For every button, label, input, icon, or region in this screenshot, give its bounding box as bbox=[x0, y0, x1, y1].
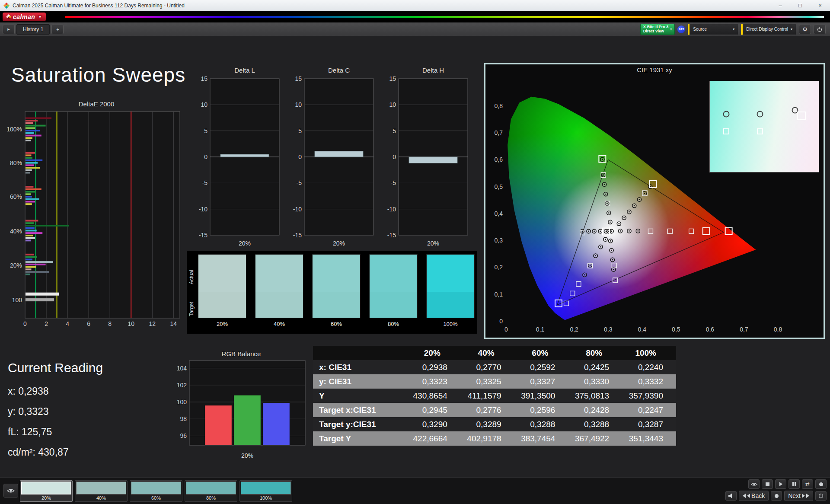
table-cell: 0,2770 bbox=[460, 360, 514, 374]
deltae-bar bbox=[26, 254, 34, 255]
power-button[interactable] bbox=[814, 25, 826, 34]
cie-1931-panel: CIE 1931 xy 00,10,20,30,40,50,60,70,80,8… bbox=[484, 63, 825, 339]
table-cell: 0,3327 bbox=[514, 374, 568, 389]
cie-title: CIE 1931 xy bbox=[485, 66, 824, 73]
patch-button-100%[interactable]: 100% bbox=[239, 480, 292, 502]
inset-target-square bbox=[723, 128, 729, 134]
deltae-chart-title: DeltaE 2000 bbox=[3, 100, 189, 108]
patch-swatch-20% bbox=[198, 254, 246, 318]
patch-color bbox=[21, 482, 71, 494]
svg-text:10: 10 bbox=[295, 101, 302, 108]
svg-text:0,2: 0,2 bbox=[495, 264, 503, 271]
target-color bbox=[198, 292, 246, 318]
view-button[interactable] bbox=[748, 479, 760, 489]
svg-text:10: 10 bbox=[201, 101, 208, 108]
bottom-bar: 20%40%60%80%100% ⇄ Back bbox=[0, 477, 830, 504]
inset-measured-point bbox=[757, 111, 763, 117]
svg-text:100%: 100% bbox=[6, 126, 22, 133]
svg-text:5: 5 bbox=[298, 128, 302, 134]
deltae-bar bbox=[26, 230, 37, 231]
target-color bbox=[370, 292, 417, 318]
toolbar-left: ▸ History 1 + bbox=[3, 24, 64, 35]
patch-label: 100% bbox=[426, 321, 475, 327]
deltae-bar bbox=[26, 256, 37, 258]
table-cell: 402,9178 bbox=[460, 431, 514, 446]
meter-selector-button[interactable]: X-Rite i1Pro 3 Direct View ▾ bbox=[640, 24, 675, 35]
patch-button-80%[interactable]: 80% bbox=[185, 480, 237, 502]
reading-fl: fL: 125,75 bbox=[8, 422, 103, 442]
back-button[interactable]: Back bbox=[739, 491, 769, 501]
stop-button[interactable] bbox=[762, 479, 773, 489]
tab-history-1[interactable]: History 1 bbox=[16, 24, 50, 35]
panel-toggle-button[interactable]: ▸ bbox=[3, 25, 15, 34]
reading-y: y: 0,3323 bbox=[8, 402, 103, 422]
source-selector-button[interactable]: Source ▾ bbox=[688, 24, 738, 35]
calman-logo-text: calman bbox=[13, 13, 35, 20]
svg-text:-10: -10 bbox=[387, 206, 396, 213]
patch-button-label: 20% bbox=[42, 495, 51, 501]
svg-text:0,8: 0,8 bbox=[774, 326, 782, 333]
svg-text:0: 0 bbox=[393, 153, 396, 160]
record-button[interactable] bbox=[815, 479, 827, 489]
deltae-bar bbox=[26, 298, 54, 301]
patch-button-60%[interactable]: 60% bbox=[130, 480, 182, 502]
svg-text:0,3: 0,3 bbox=[495, 237, 503, 244]
rgb-svg: 1041021009896 bbox=[172, 359, 310, 451]
speaker-icon bbox=[728, 493, 734, 498]
add-icon: + bbox=[56, 27, 59, 32]
play-button[interactable] bbox=[775, 479, 786, 489]
maximize-button[interactable]: □ bbox=[790, 0, 810, 11]
chevron-down-icon: ▾ bbox=[670, 27, 672, 31]
minimize-button[interactable]: – bbox=[770, 0, 790, 11]
deltae-bar bbox=[26, 239, 31, 241]
mute-button[interactable] bbox=[725, 491, 737, 501]
table-cell: 422,6664 bbox=[406, 431, 460, 446]
toolbar-right: X-Rite i1Pro 3 Direct View ▾ 615 Source … bbox=[640, 24, 826, 35]
table-cell: 0,3288 bbox=[514, 417, 568, 431]
actual-color bbox=[313, 255, 360, 292]
svg-text:-5: -5 bbox=[297, 179, 302, 186]
deltae-bar bbox=[26, 169, 32, 171]
preview-eye-button[interactable] bbox=[3, 484, 18, 498]
settings-button[interactable]: ⚙ bbox=[799, 25, 811, 34]
deltae-bar bbox=[26, 159, 42, 161]
close-button[interactable]: × bbox=[810, 0, 830, 11]
calman-logo-menu[interactable]: calman ▾ bbox=[3, 13, 46, 21]
target-color bbox=[313, 292, 360, 318]
loop-button[interactable]: ⇄ bbox=[802, 479, 813, 489]
patch-label: 40% bbox=[255, 321, 303, 327]
delta-c-title: Delta C bbox=[304, 67, 374, 74]
deltae-plot: 02468101214100%80%60%40%20%100 bbox=[3, 110, 189, 335]
power-icon bbox=[817, 27, 822, 32]
next-button[interactable]: Next bbox=[784, 491, 813, 501]
patch-button-label: 100% bbox=[260, 495, 272, 501]
table-cell: 0,2425 bbox=[568, 360, 622, 374]
table-row-label: y: CIE31 bbox=[313, 374, 406, 389]
table-cell: 375,0813 bbox=[568, 389, 622, 403]
rgb-x-label: 20% bbox=[189, 452, 305, 459]
target-color bbox=[427, 292, 474, 318]
patch-swatch-80% bbox=[369, 254, 418, 318]
power-button-bottom[interactable] bbox=[815, 491, 827, 501]
deltae-bar bbox=[26, 274, 30, 275]
pause-icon bbox=[792, 482, 796, 486]
patch-button-20%[interactable]: 20% bbox=[20, 480, 73, 502]
deltae-bar bbox=[26, 261, 53, 263]
svg-text:0: 0 bbox=[504, 326, 508, 333]
svg-text:0,5: 0,5 bbox=[495, 183, 503, 190]
patch-button-40%[interactable]: 40% bbox=[75, 480, 128, 502]
cie-inset-zoom bbox=[709, 81, 819, 172]
patch-label: 60% bbox=[312, 321, 361, 327]
display-control-button[interactable]: Direct Display Control ▾ bbox=[741, 24, 796, 35]
transport-controls: ⇄ Back Next bbox=[725, 479, 827, 501]
rgb-bar bbox=[205, 405, 232, 445]
patch-swatch-60% bbox=[312, 254, 361, 318]
history-tab-label: History 1 bbox=[23, 26, 43, 32]
measure-button[interactable] bbox=[771, 491, 782, 501]
svg-text:4: 4 bbox=[66, 320, 69, 327]
svg-text:60%: 60% bbox=[10, 193, 22, 200]
inset-target-square-large bbox=[797, 112, 806, 120]
add-tab-button[interactable]: + bbox=[51, 25, 64, 34]
deltae-bar bbox=[26, 157, 32, 159]
pause-button[interactable] bbox=[788, 479, 800, 489]
